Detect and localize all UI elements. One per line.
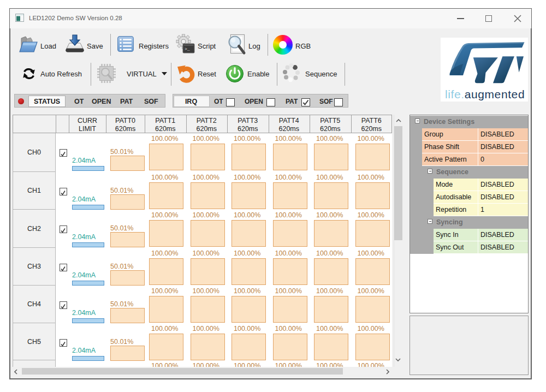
svg-text:>_: >_: [185, 46, 190, 51]
